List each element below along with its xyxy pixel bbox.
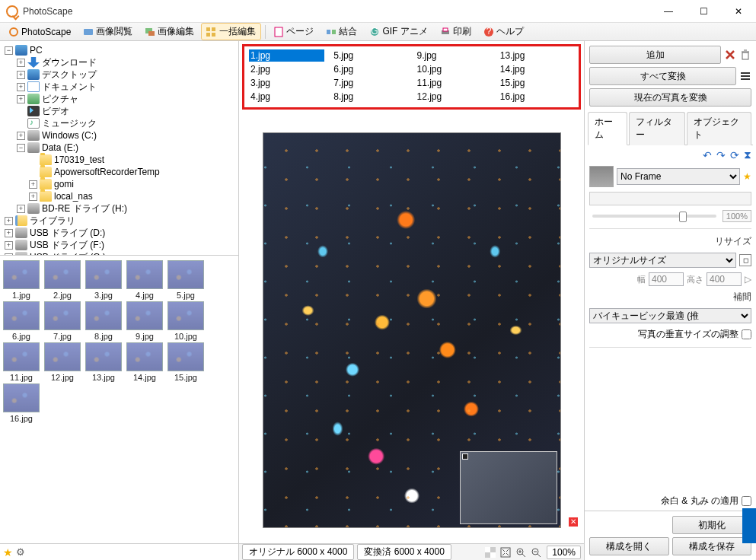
expander-icon[interactable]: + — [17, 205, 25, 213]
thumbnail-item[interactable]: 16.jpg — [3, 383, 40, 423]
expander-icon[interactable]: + — [29, 180, 37, 189]
expander-icon[interactable]: + — [5, 229, 13, 237]
minimap-handle[interactable] — [462, 453, 468, 460]
file-list-item[interactable]: 3.jpg — [249, 77, 324, 89]
height-input[interactable] — [707, 272, 742, 286]
minimize-button[interactable]: — — [651, 0, 686, 23]
tab-home[interactable]: ホーム — [588, 112, 627, 145]
expander-icon[interactable]: + — [17, 83, 25, 91]
checker-icon[interactable] — [483, 546, 497, 558]
tree-item-folder[interactable]: local_nas — [54, 191, 93, 202]
expander-icon[interactable]: + — [17, 71, 25, 79]
tree-item-usb-f[interactable]: USB ドライブ (F:) — [30, 239, 104, 252]
file-list-item[interactable]: 7.jpg — [332, 77, 407, 89]
remove-icon[interactable] — [724, 49, 736, 61]
thumbnail-grid[interactable]: 1.jpg2.jpg3.jpg4.jpg5.jpg6.jpg7.jpg8.jpg… — [0, 256, 238, 543]
preview-close-icon[interactable]: ✕ — [569, 517, 578, 527]
frame-strip[interactable] — [589, 192, 751, 205]
file-list-item[interactable]: 12.jpg — [416, 91, 491, 103]
thumbnail-item[interactable]: 1.jpg — [3, 260, 40, 300]
tab-editor[interactable]: 画像編集 — [139, 23, 199, 40]
resize-mode-dropdown[interactable]: オリジナルサイズ — [589, 253, 736, 268]
file-list-item[interactable]: 11.jpg — [416, 77, 491, 89]
thumbnail-item[interactable]: 8.jpg — [85, 301, 122, 341]
file-list-item[interactable]: 8.jpg — [332, 91, 407, 103]
tree-item-desktop[interactable]: デスクトップ — [42, 68, 97, 81]
file-list-item[interactable]: 10.jpg — [416, 63, 491, 75]
thumbnail-item[interactable]: 14.jpg — [126, 342, 163, 382]
expander-icon[interactable]: + — [5, 253, 13, 256]
trash-icon[interactable] — [739, 49, 751, 61]
side-tab-handle[interactable] — [742, 508, 756, 543]
file-list-item[interactable]: 1.jpg — [249, 49, 324, 62]
thumbnail-item[interactable]: 5.jpg — [167, 260, 204, 300]
interp-dropdown[interactable]: バイキュービック最適 (推 — [589, 308, 751, 323]
tree-item-folder[interactable]: gomi — [54, 179, 74, 189]
adjust-vertical-checkbox[interactable] — [742, 329, 751, 339]
expander-icon[interactable]: + — [5, 241, 13, 250]
thumbnail-item[interactable]: 9.jpg — [126, 301, 163, 341]
dimension-more-icon[interactable]: ▷ — [745, 274, 751, 285]
settings-icon[interactable]: ⚙ — [16, 546, 25, 558]
thumbnail-item[interactable]: 12.jpg — [44, 342, 81, 382]
folder-tree[interactable]: −PC +ダウンロード +デスクトップ +ドキュメント +ピクチャ ビデオ ミュ… — [0, 41, 238, 256]
tab-filter[interactable]: フィルター — [629, 112, 685, 145]
preview-minimap[interactable] — [460, 451, 557, 524]
tab-batch[interactable]: 一括編集 — [201, 23, 261, 40]
close-button[interactable]: ✕ — [721, 0, 756, 23]
expander-icon[interactable]: + — [17, 95, 25, 103]
tree-item-pictures[interactable]: ピクチャ — [42, 93, 78, 106]
thumbnail-item[interactable]: 6.jpg — [3, 301, 40, 341]
tab-combine[interactable]: 結合 — [321, 23, 362, 40]
expander-icon[interactable]: + — [17, 132, 25, 140]
tree-item-library[interactable]: ライブラリ — [30, 215, 75, 228]
tree-item-data-e[interactable]: Data (E:) — [42, 142, 78, 153]
lock-aspect-icon[interactable]: ◻ — [739, 254, 751, 266]
tree-item-downloads[interactable]: ダウンロード — [42, 56, 97, 69]
file-list-item[interactable]: 4.jpg — [249, 91, 324, 103]
hourglass-icon[interactable]: ⧗ — [744, 148, 751, 161]
expander-icon[interactable]: − — [17, 144, 25, 152]
tab-object[interactable]: オブジェクト — [687, 112, 751, 145]
file-list-item[interactable]: 6.jpg — [332, 63, 407, 75]
tree-item-documents[interactable]: ドキュメント — [42, 81, 97, 94]
thumbnail-item[interactable]: 11.jpg — [3, 342, 40, 382]
tab-page[interactable]: ページ — [268, 23, 319, 40]
file-list[interactable]: 1.jpg5.jpg9.jpg13.jpg2.jpg6.jpg10.jpg14.… — [242, 44, 581, 110]
thumbnail-item[interactable]: 13.jpg — [85, 342, 122, 382]
undo-icon[interactable]: ↶ — [703, 149, 712, 161]
file-list-item[interactable]: 2.jpg — [249, 63, 324, 75]
thumbnail-item[interactable]: 10.jpg — [167, 301, 204, 341]
tree-item-videos[interactable]: ビデオ — [42, 105, 69, 118]
frame-dropdown[interactable]: No Frame — [617, 168, 740, 185]
list-icon[interactable] — [739, 70, 751, 82]
file-list-item[interactable]: 13.jpg — [499, 49, 574, 62]
thumbnail-item[interactable]: 15.jpg — [167, 342, 204, 382]
tree-item-pc[interactable]: PC — [30, 45, 43, 56]
thumbnail-item[interactable]: 4.jpg — [126, 260, 163, 300]
tab-help[interactable]: ?ヘルプ — [478, 23, 529, 40]
margin-round-checkbox[interactable] — [742, 496, 751, 506]
reset-button[interactable]: 初期化 — [672, 516, 752, 534]
tree-item-bdre[interactable]: BD-RE ドライブ (H:) — [42, 202, 127, 215]
width-input[interactable] — [649, 272, 684, 286]
tree-item-music[interactable]: ミュージック — [42, 117, 97, 130]
favorite-frame-icon[interactable]: ★ — [743, 171, 751, 182]
thumbnail-item[interactable]: 3.jpg — [85, 260, 122, 300]
tab-print[interactable]: 印刷 — [435, 23, 477, 40]
tree-item-windows-c[interactable]: Windows (C:) — [42, 130, 97, 141]
save-config-button[interactable]: 構成を保存 — [672, 537, 752, 555]
thumbnail-item[interactable]: 7.jpg — [44, 301, 81, 341]
file-list-item[interactable]: 5.jpg — [332, 49, 407, 62]
tree-item-folder[interactable]: 170319_test — [54, 154, 104, 165]
refresh-icon[interactable]: ⟳ — [730, 149, 739, 161]
zoom-in-icon[interactable] — [514, 546, 528, 558]
tree-item-usb-g[interactable]: USB ドライブ (G:) — [30, 251, 106, 256]
file-list-item[interactable]: 15.jpg — [499, 77, 574, 89]
zoom-level[interactable]: 100% — [547, 546, 581, 559]
maximize-button[interactable]: ☐ — [686, 0, 721, 23]
fit-icon[interactable] — [499, 546, 512, 558]
add-button[interactable]: 追加 — [589, 46, 721, 64]
tree-item-usb-d[interactable]: USB ドライブ (D:) — [30, 227, 105, 240]
thumbnail-item[interactable]: 2.jpg — [44, 260, 81, 300]
